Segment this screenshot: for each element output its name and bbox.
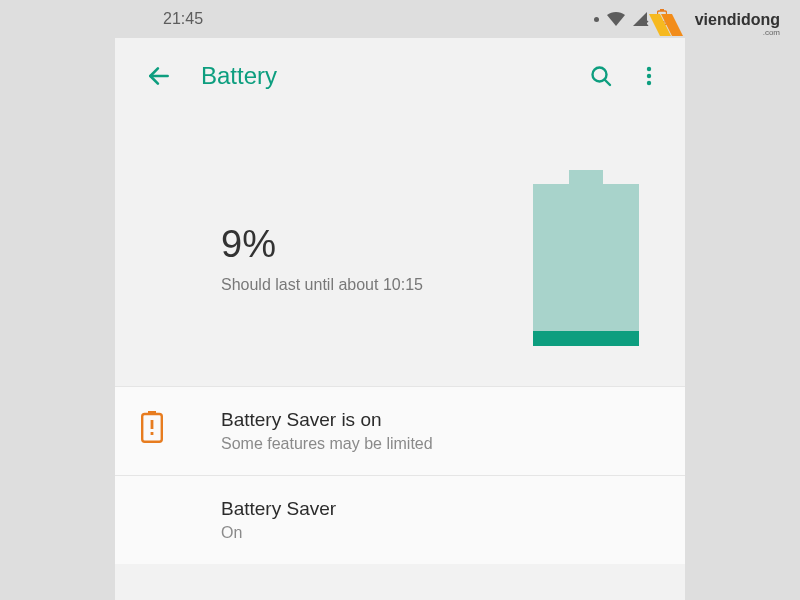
svg-point-8 (647, 81, 651, 85)
status-time: 21:45 (163, 10, 203, 28)
list-item-subtitle: On (221, 524, 661, 542)
app-header: Battery (115, 38, 685, 114)
battery-saver-setting[interactable]: Battery Saver On (115, 475, 685, 564)
battery-summary-text: 9% Should last until about 10:15 (221, 223, 533, 294)
list-item-title: Battery Saver (221, 498, 661, 520)
search-button[interactable] (577, 52, 625, 100)
back-button[interactable] (139, 56, 179, 96)
page-title: Battery (201, 62, 577, 90)
battery-saver-notice[interactable]: Battery Saver is on Some features may be… (115, 386, 685, 475)
watermark: viendidong .com (649, 12, 780, 37)
battery-estimate: Should last until about 10:15 (221, 276, 533, 294)
list-item-subtitle: Some features may be limited (221, 435, 661, 453)
list-item-title: Battery Saver is on (221, 409, 661, 431)
phone-screen: 21:45 (115, 0, 685, 600)
status-bar: 21:45 (115, 0, 685, 38)
battery-percentage: 9% (221, 223, 533, 266)
battery-level-icon (533, 170, 639, 346)
more-options-button[interactable] (625, 52, 673, 100)
watermark-logo-icon (649, 14, 689, 36)
watermark-suffix: .com (695, 28, 780, 37)
svg-line-5 (605, 80, 611, 86)
notification-dot-icon (594, 17, 599, 22)
battery-summary[interactable]: 9% Should last until about 10:15 (115, 114, 685, 386)
battery-alert-icon (139, 409, 197, 443)
svg-point-6 (647, 67, 651, 71)
svg-point-7 (647, 74, 651, 78)
watermark-name: viendidong (695, 12, 780, 28)
cellular-signal-icon (633, 12, 649, 26)
wifi-icon (607, 12, 625, 26)
svg-rect-11 (151, 420, 154, 429)
svg-rect-12 (151, 432, 154, 435)
